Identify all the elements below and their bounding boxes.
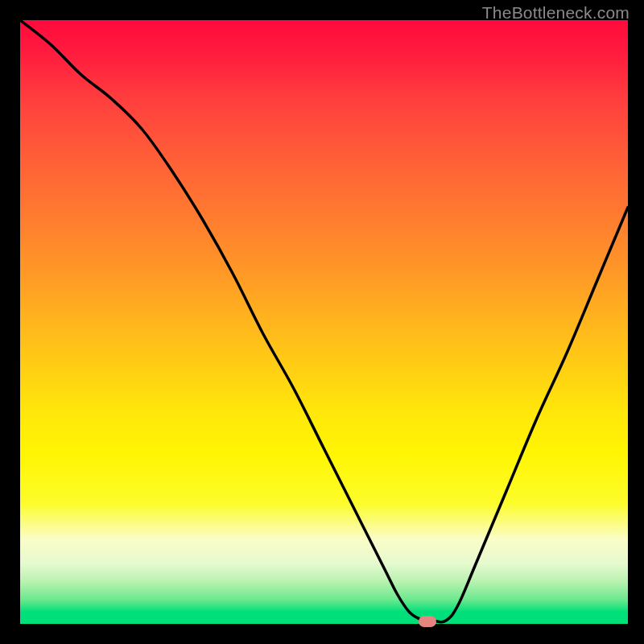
curve-svg — [20, 20, 628, 624]
bottleneck-curve — [20, 20, 628, 622]
plot-area — [20, 20, 628, 624]
chart-container: TheBottleneck.com — [0, 0, 644, 644]
optimum-marker — [419, 616, 436, 627]
